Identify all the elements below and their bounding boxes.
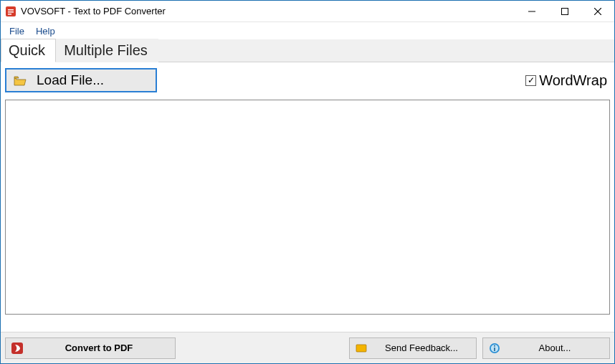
feedback-label: Send Feedback... <box>374 343 469 353</box>
tab-panel-quick: Load File... ✓ WordWrap <box>1 62 614 315</box>
titlebar: VOVSOFT - Text to PDF Converter <box>1 1 614 22</box>
about-label: About... <box>507 343 602 353</box>
tab-quick[interactable]: Quick <box>1 39 56 62</box>
tabstrip: Quick Multiple Files <box>1 39 614 62</box>
load-file-label: Load File... <box>37 72 104 88</box>
editor-container <box>5 100 610 315</box>
svg-rect-3 <box>8 14 11 15</box>
toolbar-row: Load File... ✓ WordWrap <box>5 67 610 94</box>
pdf-icon <box>11 343 23 354</box>
convert-to-pdf-button[interactable]: Convert to PDF <box>5 337 176 359</box>
feedback-icon <box>356 343 367 354</box>
about-button[interactable]: About... <box>482 337 610 359</box>
svg-point-13 <box>494 345 495 346</box>
send-feedback-button[interactable]: Send Feedback... <box>349 337 477 359</box>
menu-help[interactable]: Help <box>32 24 59 38</box>
svg-rect-2 <box>8 11 14 13</box>
footer: Convert to PDF Send Feedback... About... <box>1 332 614 363</box>
svg-rect-12 <box>494 348 495 351</box>
wordwrap-checkbox[interactable]: ✓ WordWrap <box>525 72 610 89</box>
maximize-button[interactable] <box>548 1 581 21</box>
close-button[interactable] <box>581 1 614 21</box>
info-icon <box>489 343 500 354</box>
tab-multiple-files[interactable]: Multiple Files <box>56 39 158 62</box>
menu-file[interactable]: File <box>5 24 29 38</box>
window-controls <box>515 1 614 21</box>
text-editor[interactable] <box>5 100 610 315</box>
window-title: VOVSOFT - Text to PDF Converter <box>21 6 166 16</box>
wordwrap-label: WordWrap <box>539 72 607 89</box>
folder-open-icon <box>14 75 27 86</box>
minimize-button[interactable] <box>515 1 548 21</box>
load-file-button[interactable]: Load File... <box>5 68 157 92</box>
app-icon <box>5 6 16 17</box>
menubar: File Help <box>1 22 614 39</box>
convert-label: Convert to PDF <box>30 343 168 353</box>
svg-rect-9 <box>356 345 366 352</box>
checkbox-icon: ✓ <box>525 75 536 86</box>
svg-rect-5 <box>562 8 568 14</box>
svg-rect-1 <box>8 9 14 11</box>
